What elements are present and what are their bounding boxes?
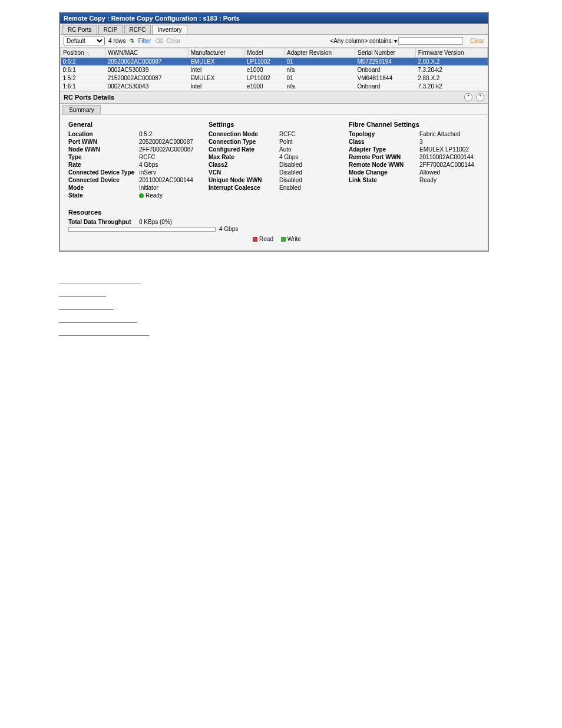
read-swatch: [253, 237, 257, 242]
kv-row: Mode ChangeAllowed: [349, 169, 480, 176]
kv-row: Unique Node WWNDisabled: [209, 176, 339, 184]
details-subtabs: Summary: [60, 104, 488, 115]
sort-asc-icon: △: [84, 50, 90, 56]
throughput-label: Total Data Throughput: [68, 219, 139, 225]
details-header: RC Ports Details ˄ ˅: [60, 91, 488, 104]
kv-row: Adapter TypeEMULEX LP11002: [349, 146, 480, 153]
kv-row: TypeRCFC: [68, 153, 199, 161]
kv-row: Interrupt CoalesceEnabled: [209, 184, 339, 192]
kv-row: Connection TypePoint: [209, 138, 339, 146]
kv-row: Location0:5:2: [68, 130, 199, 138]
column-header[interactable]: Manufacturer: [188, 48, 244, 58]
resources-heading: Resources: [68, 209, 480, 216]
column-header[interactable]: WWN/MAC: [105, 48, 189, 58]
kv-row: Link StateReady: [349, 176, 480, 184]
throughput-value: 0 KBps (0%): [139, 219, 172, 225]
tab-rcip[interactable]: RCIP: [98, 25, 123, 34]
filter-link[interactable]: Filter: [138, 38, 151, 44]
view-select[interactable]: Default: [64, 37, 105, 45]
kv-row: Rate4 Gbps: [68, 161, 199, 169]
fc-heading: Fibre Channel Settings: [349, 121, 480, 128]
search-input[interactable]: [398, 37, 463, 45]
table-row[interactable]: 0:6:10002AC530039Intele1000n/aOnboard7.3…: [61, 66, 488, 74]
kv-row: ModeInitiator: [68, 184, 199, 192]
related-links: [59, 275, 562, 340]
collapse-up-icon[interactable]: ˄: [464, 93, 472, 101]
throughput-max: 4 Gbps: [219, 226, 238, 232]
tab-inventory[interactable]: Inventory: [152, 25, 187, 34]
link-2[interactable]: [59, 301, 114, 310]
details-panel: General Location0:5:2Port WWN20520002AC0…: [60, 115, 488, 205]
main-tabs: RC Ports RCIP RCFC Inventory: [60, 24, 488, 35]
kv-row: Remote Port WWN20110002AC000144: [349, 153, 480, 161]
status-dot-icon: [139, 193, 144, 198]
link-4[interactable]: [59, 327, 149, 336]
column-header[interactable]: Firmware Version: [415, 48, 487, 58]
table-row[interactable]: 1:6:10002AC530043Intele1000n/aOnboard7.3…: [61, 83, 488, 91]
links-heading: [59, 275, 141, 284]
kv-row: Configured RateAuto: [209, 146, 339, 153]
general-column: General Location0:5:2Port WWN20520002AC0…: [68, 121, 199, 199]
rc-ports-window: Remote Copy : Remote Copy Configuration …: [59, 12, 489, 252]
window-title: Remote Copy : Remote Copy Configuration …: [60, 13, 488, 24]
row-count: 4 rows: [108, 38, 125, 44]
kv-row: Connected Device TypeInServ: [68, 169, 199, 176]
kv-row: Class3: [349, 138, 480, 146]
settings-column: Settings Connection ModeRCFCConnection T…: [209, 121, 339, 199]
general-heading: General: [68, 121, 199, 128]
kv-row: Connection ModeRCFC: [209, 130, 339, 138]
settings-heading: Settings: [209, 121, 339, 128]
link-1[interactable]: [59, 288, 106, 297]
column-header[interactable]: Model: [244, 48, 285, 58]
chevron-down-icon[interactable]: ▾: [394, 38, 397, 44]
column-header[interactable]: Position △: [61, 48, 105, 58]
ports-table: Position △WWN/MACManufacturerModelAdapte…: [60, 48, 488, 91]
kv-row: Connected Device20110002AC000144: [68, 176, 199, 184]
link-3[interactable]: [59, 314, 137, 323]
kv-row: TopologyFabric Attached: [349, 130, 480, 138]
clear-filter-link[interactable]: Clear: [167, 38, 181, 44]
kv-row: Class2Disabled: [209, 161, 339, 169]
toolbar: Default 4 rows ⚗ Filter ⌫ Clear <Any col…: [60, 35, 488, 48]
search-clear[interactable]: Clear: [470, 38, 484, 44]
kv-row: Remote Node WWN2FF70002AC000144: [349, 161, 480, 169]
kv-row: Port WWN20520002AC000087: [68, 138, 199, 146]
table-row[interactable]: 1:5:221520002AC000087EMULEXLP1100201VM64…: [61, 74, 488, 83]
subtab-summary[interactable]: Summary: [62, 105, 101, 114]
throughput-bar: [68, 227, 216, 232]
tab-rc-ports[interactable]: RC Ports: [62, 25, 97, 34]
filter-icon: ⚗: [129, 38, 134, 44]
tab-rcfc[interactable]: RCFC: [124, 25, 151, 34]
resources-section: Resources Total Data Throughput 0 KBps (…: [60, 209, 488, 251]
clear-filter-icon: ⌫: [155, 38, 163, 44]
column-header[interactable]: Serial Number: [355, 48, 415, 58]
search-column-label[interactable]: <Any column> contains:: [330, 38, 393, 44]
kv-row: VCNDisabled: [209, 169, 339, 176]
table-row[interactable]: 0:5:220520002AC000087EMULEXLP1100201M572…: [61, 58, 488, 66]
expand-down-icon[interactable]: ˅: [476, 93, 484, 101]
fc-column: Fibre Channel Settings TopologyFabric At…: [349, 121, 480, 199]
column-header[interactable]: Adapter Revision: [285, 48, 355, 58]
kv-row: StateReady: [68, 192, 199, 199]
kv-row: Node WWN2FF70002AC000087: [68, 146, 199, 153]
kv-row: Max Rate4 Gbps: [209, 153, 339, 161]
write-swatch: [281, 237, 286, 242]
